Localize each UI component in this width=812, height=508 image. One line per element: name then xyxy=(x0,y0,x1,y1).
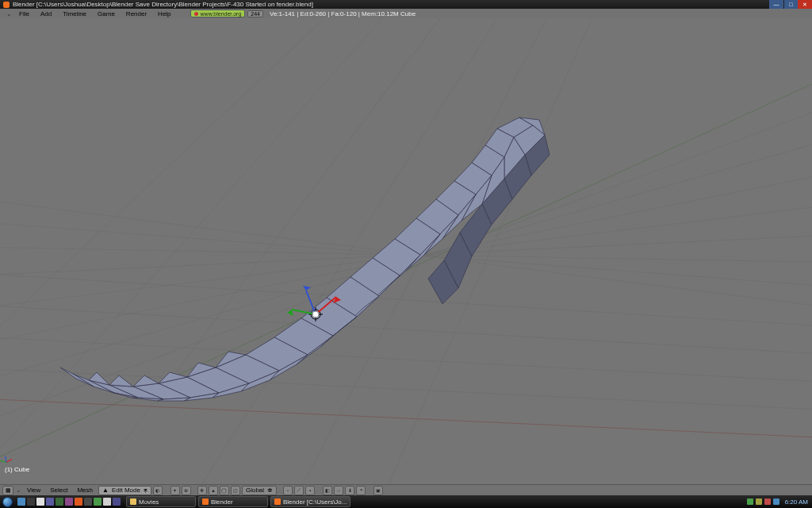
tray-expand-icon[interactable] xyxy=(773,498,779,505)
task-label: Blender [C:\Users\Jo... xyxy=(283,498,347,506)
menu-render[interactable]: Render xyxy=(121,10,151,17)
ql-icon[interactable] xyxy=(84,498,92,506)
blender-url-chip[interactable]: www.blender.org xyxy=(190,10,246,17)
blender-app-icon xyxy=(3,2,10,8)
windows-taskbar: Movies Blender Blender [C:\Users\Jo... 6… xyxy=(0,495,812,508)
start-button[interactable] xyxy=(0,495,14,508)
menu-file[interactable]: File xyxy=(14,10,34,17)
record-dot-icon xyxy=(194,12,198,16)
svg-point-83 xyxy=(312,311,319,318)
ql-icon[interactable] xyxy=(27,498,35,506)
maximize-button[interactable]: □ xyxy=(783,0,798,9)
dropdown-icon: ≑ xyxy=(144,487,147,493)
snap-icon[interactable]: ⬇ xyxy=(345,486,354,495)
ql-icon[interactable] xyxy=(17,498,25,506)
scale-manip-icon[interactable]: ◫ xyxy=(231,486,240,495)
menu-add[interactable]: Add xyxy=(36,10,56,17)
task-blender-file[interactable]: Blender [C:\Users\Jo... xyxy=(270,496,350,507)
manipulator-toggle-icon[interactable]: ✥ xyxy=(197,486,207,495)
pivot-median-icon[interactable]: ✦ xyxy=(170,486,180,495)
ql-icon[interactable] xyxy=(36,498,44,506)
svg-line-13 xyxy=(0,272,812,328)
menu-select[interactable]: Select xyxy=(46,487,71,494)
blender-icon xyxy=(274,498,281,505)
menu-view[interactable]: View xyxy=(23,487,44,494)
mode-label: Edit Mode xyxy=(112,487,140,494)
task-blender[interactable]: Blender xyxy=(198,496,268,507)
active-object-label: (1) Cube xyxy=(5,466,29,473)
tray-icon[interactable] xyxy=(756,498,762,505)
rotate-manip-icon[interactable]: ◯ xyxy=(220,486,229,495)
mini-axis-icon xyxy=(5,453,16,464)
mode-icon: ▲ xyxy=(102,487,109,494)
tray-icon[interactable] xyxy=(747,498,753,505)
menu-timeline[interactable]: Timeline xyxy=(58,10,91,17)
viewport-canvas xyxy=(0,18,812,484)
header-collapse-icon[interactable]: ⌄ xyxy=(5,10,13,17)
system-tray: 6:20 AM xyxy=(747,498,812,506)
menu-game[interactable]: Game xyxy=(93,10,120,17)
svg-marker-80 xyxy=(287,310,293,316)
dropdown-icon: ≑ xyxy=(267,487,273,494)
translate-manip-icon[interactable]: ▲ xyxy=(209,486,218,495)
shading-selector[interactable]: ◐ xyxy=(153,486,163,495)
sel-vertex-icon[interactable]: ▫ xyxy=(283,486,293,495)
ql-icon[interactable] xyxy=(75,498,82,506)
render-preview-icon[interactable]: ▣ xyxy=(373,486,383,495)
window-titlebar: Blender [C:\Users\Joshua\Desktop\Blender… xyxy=(0,0,812,9)
task-movies[interactable]: Movies xyxy=(126,496,196,507)
pivot-toggle-icon[interactable]: ⊕ xyxy=(182,486,191,495)
orientation-label: Global xyxy=(246,487,264,494)
main-menu: ⌄ File Add Timeline Game Render Help xyxy=(0,10,176,17)
mode-selector[interactable]: ▲ Edit Mode ≑ xyxy=(98,486,151,495)
scene-stats: Ve:1-141 | Ed:0-260 | Fa:0-120 | Mem:10.… xyxy=(270,10,416,17)
editor-type-icon[interactable]: ▦ xyxy=(2,486,13,495)
version-number: 244 xyxy=(247,10,263,17)
orientation-selector[interactable]: Global ≑ xyxy=(242,486,277,495)
info-header: ⌄ File Add Timeline Game Render Help www… xyxy=(0,9,812,18)
tray-icon[interactable] xyxy=(764,498,771,505)
3d-viewport[interactable]: (1) Cube xyxy=(0,18,812,484)
sel-face-icon[interactable]: ▪ xyxy=(305,486,315,495)
sel-edge-icon[interactable]: ／ xyxy=(294,486,304,495)
task-label: Movies xyxy=(139,498,159,506)
ql-icon[interactable] xyxy=(103,498,111,506)
svg-line-11 xyxy=(0,336,812,383)
svg-marker-70 xyxy=(109,375,133,387)
mesh-object xyxy=(60,117,550,401)
3dview-header: ▦ ⌄ View Select Mesh ▲ Edit Mode ≑ ◐ ✦ ⊕… xyxy=(0,484,812,495)
url-text: www.blender.org xyxy=(201,11,242,17)
svg-marker-65 xyxy=(60,368,94,387)
ql-icon[interactable] xyxy=(46,498,54,506)
menu-mesh[interactable]: Mesh xyxy=(73,487,97,494)
window-title: Blender [C:\Users\Joshua\Desktop\Blender… xyxy=(13,1,313,8)
quick-launch xyxy=(14,498,124,506)
proportional-edit-icon[interactable]: ○ xyxy=(334,486,343,495)
close-button[interactable]: ✕ xyxy=(798,0,812,9)
blender-icon xyxy=(202,498,209,505)
menu-help[interactable]: Help xyxy=(153,10,175,17)
viewport-overlay: (1) Cube xyxy=(5,453,29,473)
task-label: Blender xyxy=(211,498,233,506)
taskbar-clock[interactable]: 6:20 AM xyxy=(785,498,808,506)
limit-selection-icon[interactable]: ◧ xyxy=(323,486,332,495)
svg-marker-82 xyxy=(303,286,311,291)
minimize-button[interactable]: — xyxy=(769,0,783,9)
ql-icon[interactable] xyxy=(94,498,102,506)
ql-icon[interactable] xyxy=(56,498,63,506)
ql-icon[interactable] xyxy=(113,498,121,506)
ql-icon[interactable] xyxy=(65,498,73,506)
snap-target-icon[interactable]: ⌖ xyxy=(356,486,366,495)
chevron-down-icon[interactable]: ⌄ xyxy=(15,487,21,494)
folder-icon xyxy=(130,498,136,505)
svg-line-1 xyxy=(0,398,812,439)
